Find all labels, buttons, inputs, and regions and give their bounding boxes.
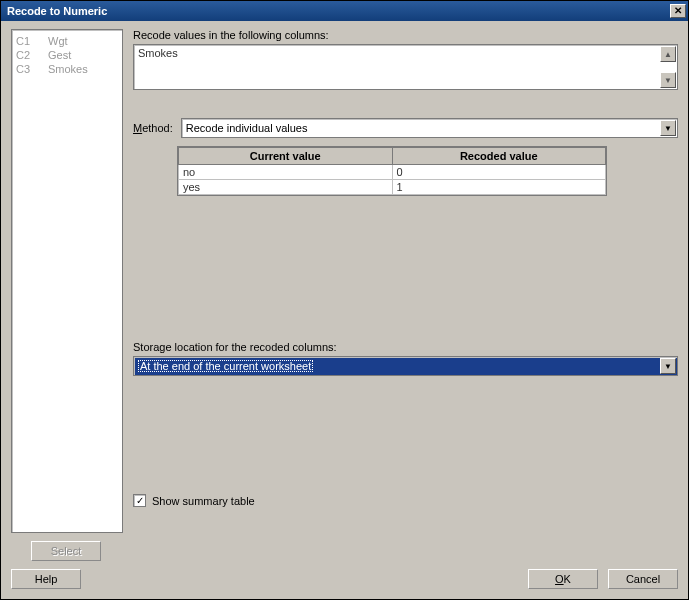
close-icon: ✕ [674, 6, 682, 16]
method-label: Method: [133, 122, 173, 134]
list-item[interactable]: C2 Gest [16, 48, 118, 62]
recode-table: Current value Recoded value no 0 yes [177, 146, 607, 196]
dialog-recode-to-numeric: Recode to Numeric ✕ C1 Wgt C2 Gest C3 [0, 0, 689, 600]
scroll-down-icon[interactable]: ▼ [660, 72, 676, 88]
list-item[interactable]: C3 Smokes [16, 62, 118, 76]
storage-select[interactable]: At the end of the current worksheet ▼ [133, 356, 678, 376]
cancel-button[interactable]: Cancel [608, 569, 678, 589]
dialog-footer: Help OK Cancel [11, 561, 678, 589]
recode-columns-label: Recode values in the following columns: [133, 29, 678, 41]
cell-current[interactable]: yes [179, 180, 393, 195]
show-summary-checkbox[interactable]: ✓ [133, 494, 146, 507]
column-id: C3 [16, 62, 36, 76]
column-id: C2 [16, 48, 36, 62]
table-row: no 0 [179, 165, 606, 180]
chevron-down-icon[interactable]: ▼ [660, 120, 676, 136]
method-value: Recode individual values [186, 122, 308, 134]
scroll-up-icon[interactable]: ▲ [660, 46, 676, 62]
column-name: Smokes [48, 62, 88, 76]
column-name: Wgt [48, 34, 68, 48]
ok-button[interactable]: OK [528, 569, 598, 589]
select-button[interactable]: Select [31, 541, 101, 561]
check-icon: ✓ [136, 496, 144, 506]
table-header-recoded: Recoded value [392, 148, 606, 165]
recode-columns-value: Smokes [138, 47, 178, 59]
available-columns-list[interactable]: C1 Wgt C2 Gest C3 Smokes [11, 29, 123, 533]
storage-label: Storage location for the recoded columns… [133, 341, 678, 353]
help-button[interactable]: Help [11, 569, 81, 589]
method-select[interactable]: Recode individual values ▼ [181, 118, 678, 138]
column-id: C1 [16, 34, 36, 48]
titlebar: Recode to Numeric ✕ [1, 1, 688, 21]
cell-current[interactable]: no [179, 165, 393, 180]
window-title: Recode to Numeric [7, 5, 107, 17]
table-row: yes 1 [179, 180, 606, 195]
cell-recoded[interactable]: 0 [392, 165, 606, 180]
chevron-down-icon[interactable]: ▼ [660, 358, 676, 374]
close-button[interactable]: ✕ [670, 4, 686, 18]
list-item[interactable]: C1 Wgt [16, 34, 118, 48]
recode-columns-input[interactable]: Smokes ▲ ▼ [133, 44, 678, 90]
show-summary-label: Show summary table [152, 495, 255, 507]
cell-recoded[interactable]: 1 [392, 180, 606, 195]
table-header-current: Current value [179, 148, 393, 165]
dialog-body: C1 Wgt C2 Gest C3 Smokes Select [1, 21, 688, 599]
column-name: Gest [48, 48, 71, 62]
storage-value: At the end of the current worksheet [138, 360, 313, 372]
